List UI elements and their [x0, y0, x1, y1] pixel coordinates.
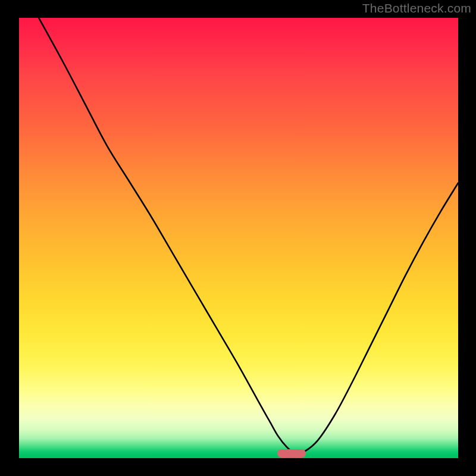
optimum-marker — [277, 449, 306, 458]
chart-frame: TheBottleneck.com — [0, 0, 476, 476]
bottleneck-curve — [39, 18, 458, 454]
watermark-text: TheBottleneck.com — [362, 1, 471, 15]
curve-layer — [19, 18, 458, 458]
plot-area — [19, 18, 458, 458]
